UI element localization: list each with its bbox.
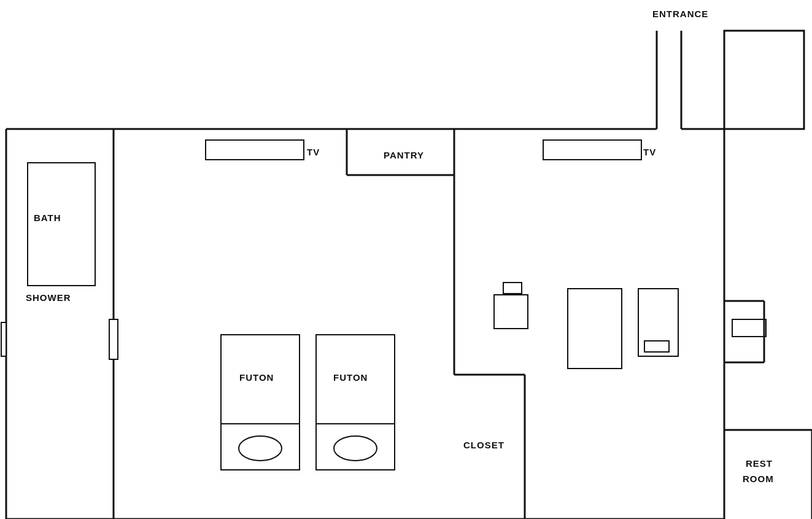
svg-rect-32 [503,283,522,294]
svg-rect-4 [724,31,804,129]
entrance-label: ENTRANCE [652,9,708,19]
futon2-label: FUTON [333,372,368,383]
svg-rect-23 [206,140,304,160]
svg-rect-33 [568,289,622,369]
svg-rect-25 [221,335,300,470]
floorplan: .wall { stroke: #111; stroke-width: 3; f… [0,0,812,519]
restroom-label2: ROOM [743,474,774,484]
svg-rect-35 [644,341,669,352]
svg-point-30 [334,436,377,461]
pantry-label: PANTRY [384,150,424,160]
svg-rect-31 [494,295,528,329]
svg-rect-24 [543,140,641,160]
shower-label: SHOWER [26,292,71,303]
svg-rect-36 [732,319,766,337]
tv1-label: TV [307,147,320,157]
svg-point-27 [239,436,282,461]
closet-label: CLOSET [463,440,505,450]
svg-rect-28 [316,335,395,470]
futon1-label: FUTON [239,372,274,383]
bath-label: BATH [34,213,61,223]
tv2-label: TV [643,147,656,157]
restroom-label: REST [746,458,773,469]
svg-rect-22 [109,319,118,359]
svg-rect-19 [28,163,95,286]
svg-rect-20 [1,322,6,356]
